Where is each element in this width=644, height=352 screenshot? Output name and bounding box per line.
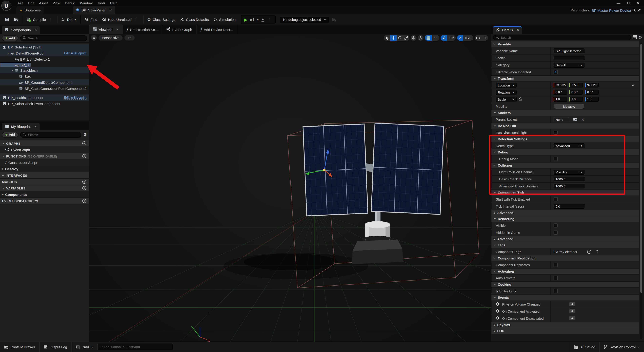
axis-field-1[interactable]: 0.0 ° <box>570 90 583 95</box>
axis-field-2[interactable]: 1.0 <box>585 97 598 102</box>
blueprint-item-destroy[interactable]: ▶Destroy <box>0 165 89 172</box>
expand-arrow-icon[interactable]: ▼ <box>2 187 4 189</box>
eject-button[interactable]: ▲ <box>261 18 264 22</box>
axis-field-0[interactable]: 0.0 ° <box>554 90 567 95</box>
close-panel-icon[interactable]: ✕ <box>516 28 519 32</box>
console-command-input[interactable] <box>97 344 173 350</box>
section-header-activation[interactable]: ▼Activation <box>491 268 638 274</box>
solar-panel-right[interactable] <box>371 123 444 214</box>
section-header-component-replication[interactable]: ▼Component Replication <box>491 255 638 261</box>
add-component-button[interactable]: +Add <box>2 35 18 41</box>
play-options-icon[interactable]: ⋮ <box>267 18 272 21</box>
checkbox-has-directional-light[interactable] <box>554 131 558 135</box>
expand-arrow-icon[interactable]: ▶ <box>494 330 496 332</box>
section-header-tags[interactable]: ▼Tags <box>491 242 638 248</box>
expand-arrow-icon[interactable]: ▼ <box>494 296 496 299</box>
hide-unrelated-options-icon[interactable]: ⋮ <box>133 18 139 21</box>
browse-socket-icon[interactable] <box>573 117 578 122</box>
my-blueprint-search[interactable] <box>20 132 81 137</box>
checkbox-auto-activate[interactable] <box>554 276 558 280</box>
expand-arrow-icon[interactable]: ▶ <box>494 212 496 214</box>
select-tool-icon[interactable] <box>384 35 390 41</box>
components-search[interactable] <box>20 35 87 41</box>
input-advanced-check-distance[interactable]: 1000.0 <box>554 184 584 189</box>
add-section-item-icon[interactable]: + <box>82 141 86 145</box>
cmd-dropdown[interactable]: Cmd▼ <box>72 342 97 352</box>
menu-edit[interactable]: Edit <box>26 1 37 5</box>
menu-debug[interactable]: Debug <box>62 1 78 5</box>
my-blueprint-search-input[interactable] <box>28 133 79 136</box>
tree-item-bp-cableconnectionpointcomponent2[interactable]: BP_CableConnectionPointComponent2 <box>0 85 89 92</box>
menu-tools[interactable]: Tools <box>95 1 108 5</box>
add-section-item-icon[interactable]: + <box>82 154 86 158</box>
close-tab-icon[interactable]: ✕ <box>116 28 118 31</box>
expand-arrow-icon[interactable]: ▼ <box>11 69 14 72</box>
axis-set-dropdown-location[interactable]: Location▼ <box>496 83 516 88</box>
menu-view[interactable]: View <box>50 1 62 5</box>
close-button[interactable]: ✕ <box>636 1 639 5</box>
viewport-tab-add-device-dest[interactable]: ƒAdd Device Dest... <box>196 25 238 34</box>
tree-item-bp-healthcomponent[interactable]: CBP_HealthComponentEdit in Blueprint <box>0 95 89 101</box>
scale-tool-icon[interactable] <box>403 35 410 41</box>
close-panel-icon[interactable]: ✕ <box>34 28 37 32</box>
section-header-do-not-edit[interactable]: ▼Do Not Edit <box>491 123 638 129</box>
display-filter-icon[interactable] <box>632 34 636 40</box>
output-log-button[interactable]: Output Log <box>40 342 71 352</box>
expand-arrow-icon[interactable]: ▶ <box>2 193 4 196</box>
add-event-button-on-component-deactivated[interactable]: + <box>569 316 576 321</box>
tree-item-bp-solarpanel-self[interactable]: BP_SolarPanel (Self) <box>0 44 89 50</box>
tree-item-bp-lightdetector[interactable]: BP_LightDetector <box>0 62 31 67</box>
expand-arrow-icon[interactable]: ▼ <box>494 125 496 127</box>
checkbox-editable-when-inherited[interactable] <box>554 70 558 74</box>
delete-array-icon[interactable] <box>595 250 598 254</box>
expand-arrow-icon[interactable]: ▼ <box>494 43 496 45</box>
dropdown-light-collision-channel[interactable]: Visibility▼ <box>554 169 584 174</box>
expand-arrow-icon[interactable]: ▼ <box>494 244 496 246</box>
section-header-detection-settings[interactable]: ▼Detection Settings <box>491 136 638 142</box>
grid-snap-control[interactable]: 10 <box>425 35 440 41</box>
unreal-logo-icon[interactable]: U <box>1 1 12 11</box>
edit-in-blueprint-link[interactable]: Edit in Blueprint <box>64 51 86 55</box>
simulation-button[interactable]: Simulation <box>211 14 238 25</box>
section-header-collision[interactable]: ▼Collision <box>491 162 638 168</box>
save-button[interactable] <box>3 14 12 25</box>
menu-file[interactable]: File <box>16 1 26 5</box>
axis-set-dropdown-scale[interactable]: Scale▼ <box>496 97 516 102</box>
expand-arrow-icon[interactable]: ▼ <box>494 138 496 140</box>
section-header-physics[interactable]: ▶Physics <box>491 322 638 328</box>
add-blueprint-item-button[interactable]: +Add <box>2 132 18 137</box>
input-tooltip[interactable] <box>554 56 584 60</box>
components-search-input[interactable] <box>28 36 84 40</box>
tree-item-staticmesh[interactable]: ▼StaticMesh <box>0 67 89 73</box>
expand-arrow-icon[interactable]: ▶ <box>494 238 496 240</box>
section-header-variable[interactable]: ▼Variable <box>491 41 638 47</box>
details-search-input[interactable] <box>501 36 628 39</box>
section-header-component-tick[interactable]: ▼Component Tick <box>491 190 638 196</box>
tab-showcase[interactable]: ▲ Showcase <box>16 6 44 14</box>
add-section-item-icon[interactable]: + <box>82 186 86 190</box>
axis-field-1[interactable]: -35.0 <box>570 83 583 87</box>
move-tool-icon[interactable] <box>390 35 397 41</box>
add-event-button-physics-volume-changed[interactable]: + <box>569 302 576 307</box>
axis-field-0[interactable]: 1.0 <box>554 97 567 102</box>
class-defaults-button[interactable]: Class Defaults <box>178 14 211 25</box>
axis-field-1[interactable]: 1.0 <box>570 97 583 102</box>
close-tab-icon[interactable]: ✕ <box>110 8 112 12</box>
diff-button[interactable]: Diff▼ <box>59 14 79 25</box>
checkbox-component-replicates[interactable] <box>554 263 558 267</box>
section-header-transform[interactable]: ▼Transform <box>491 75 638 81</box>
section-header-debug[interactable]: ▼Debug <box>491 149 638 155</box>
tab-components[interactable]: C Components ✕ <box>2 26 40 34</box>
axis-field-2[interactable]: 97.029022 <box>585 83 598 87</box>
viewport-tab-construction-sc[interactable]: ƒConstruction Sc... <box>123 25 162 34</box>
expand-arrow-icon[interactable]: ▼ <box>6 52 10 54</box>
solar-panel-left[interactable] <box>303 124 368 216</box>
coordinate-space-icon[interactable] <box>411 35 416 41</box>
tree-item-defaultsceneroot[interactable]: ▼DefaultSceneRootEdit in Blueprint <box>0 50 89 56</box>
all-saved-button[interactable]: All Saved <box>570 342 599 352</box>
edit-in-blueprint-link[interactable]: Edit in Blueprint <box>64 96 86 100</box>
add-array-element-icon[interactable]: + <box>587 250 591 254</box>
minimize-button[interactable]: — <box>616 1 620 5</box>
checkbox-debug-mode[interactable] <box>554 157 558 161</box>
checkbox-start-with-tick-enabled[interactable] <box>554 197 558 201</box>
